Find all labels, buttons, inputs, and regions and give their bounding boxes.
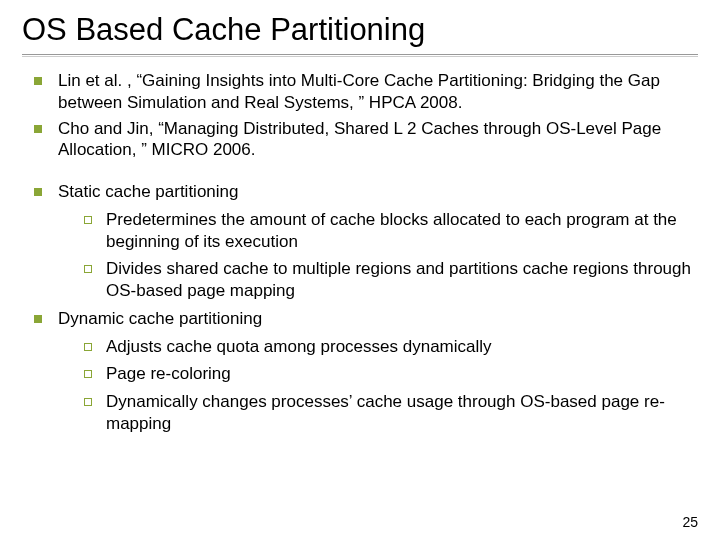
title-underline bbox=[22, 54, 698, 56]
slide-content: Lin et al. , “Gaining Insights into Mult… bbox=[22, 70, 698, 435]
list-item: Divides shared cache to multiple regions… bbox=[78, 258, 698, 302]
list-item: Dynamic cache partitioning Adjusts cache… bbox=[30, 308, 698, 435]
reference-text: Lin et al. , “Gaining Insights into Mult… bbox=[58, 71, 660, 112]
sub-item-text: Predetermines the amount of cache blocks… bbox=[106, 210, 677, 251]
list-item: Lin et al. , “Gaining Insights into Mult… bbox=[30, 70, 698, 114]
section-list: Static cache partitioning Predetermines … bbox=[30, 181, 698, 435]
list-item: Page re-coloring bbox=[78, 363, 698, 385]
sub-item-text: Page re-coloring bbox=[106, 364, 231, 383]
list-item: Static cache partitioning Predetermines … bbox=[30, 181, 698, 302]
section-heading: Dynamic cache partitioning bbox=[58, 309, 262, 328]
reference-list: Lin et al. , “Gaining Insights into Mult… bbox=[30, 70, 698, 161]
list-item: Cho and Jin, “Managing Distributed, Shar… bbox=[30, 118, 698, 162]
slide: OS Based Cache Partitioning Lin et al. ,… bbox=[0, 0, 720, 540]
reference-text: Cho and Jin, “Managing Distributed, Shar… bbox=[58, 119, 661, 160]
sub-item-text: Dynamically changes processes’ cache usa… bbox=[106, 392, 665, 433]
list-item: Adjusts cache quota among processes dyna… bbox=[78, 336, 698, 358]
sub-list: Predetermines the amount of cache blocks… bbox=[78, 209, 698, 302]
list-item: Predetermines the amount of cache blocks… bbox=[78, 209, 698, 253]
slide-title: OS Based Cache Partitioning bbox=[22, 12, 698, 48]
page-number: 25 bbox=[682, 514, 698, 530]
list-item: Dynamically changes processes’ cache usa… bbox=[78, 391, 698, 435]
sub-item-text: Divides shared cache to multiple regions… bbox=[106, 259, 691, 300]
sub-item-text: Adjusts cache quota among processes dyna… bbox=[106, 337, 492, 356]
sub-list: Adjusts cache quota among processes dyna… bbox=[78, 336, 698, 435]
section-heading: Static cache partitioning bbox=[58, 182, 239, 201]
